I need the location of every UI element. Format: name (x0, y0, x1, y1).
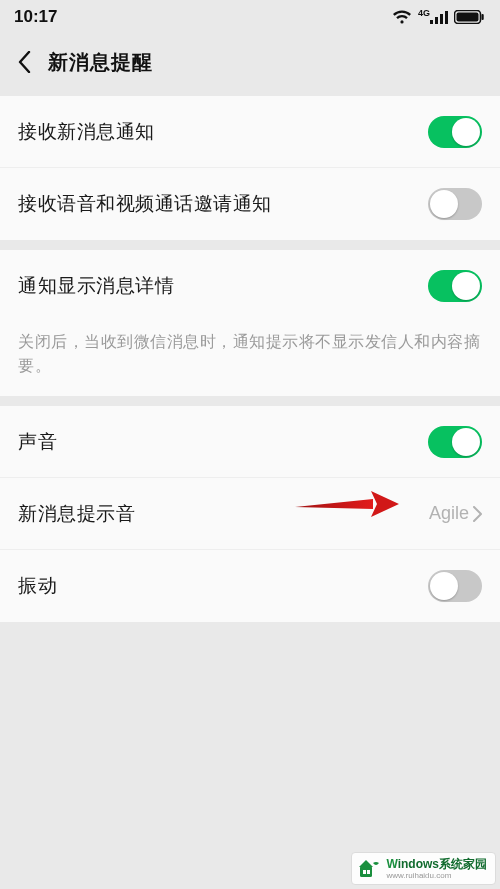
svg-rect-2 (440, 14, 443, 24)
toggle-sound[interactable] (428, 426, 482, 458)
row-label: 接收新消息通知 (18, 119, 155, 145)
row-sound[interactable]: 声音 (0, 406, 500, 478)
status-bar: 10:17 4G (0, 0, 500, 34)
row-message-tone[interactable]: 新消息提示音 Agile (0, 478, 500, 550)
watermark-logo-icon (358, 859, 380, 879)
row-receive-message-notify[interactable]: 接收新消息通知 (0, 96, 500, 168)
signal-icon (430, 10, 448, 24)
row-label: 振动 (18, 573, 57, 599)
svg-rect-5 (457, 13, 479, 22)
toggle-show-detail[interactable] (428, 270, 482, 302)
row-receive-call-notify[interactable]: 接收语音和视频通话邀请通知 (0, 168, 500, 240)
svg-rect-1 (435, 17, 438, 24)
watermark-url: www.ruihaidu.com (386, 872, 487, 880)
group-notifications: 接收新消息通知 接收语音和视频通话邀请通知 (0, 96, 500, 240)
svg-marker-10 (359, 860, 373, 867)
page-title: 新消息提醒 (48, 49, 153, 76)
row-label: 通知显示消息详情 (18, 273, 174, 299)
svg-rect-11 (363, 870, 366, 874)
wifi-icon (392, 9, 412, 25)
toggle-receive-call[interactable] (428, 188, 482, 220)
group-sound: 声音 新消息提示音 Agile 振动 (0, 406, 500, 622)
svg-rect-6 (482, 14, 484, 20)
status-icons: 4G (392, 9, 484, 25)
row-value: Agile (429, 503, 469, 524)
row-label: 新消息提示音 (18, 501, 135, 527)
watermark: Windows系统家园 www.ruihaidu.com (351, 852, 496, 885)
chevron-left-icon (18, 51, 31, 73)
row-value-wrap: Agile (429, 503, 482, 524)
network-label: 4G (418, 9, 430, 18)
row-label: 声音 (18, 429, 57, 455)
toggle-vibrate[interactable] (428, 570, 482, 602)
header: 新消息提醒 (0, 34, 500, 90)
status-time: 10:17 (14, 7, 57, 27)
chevron-right-icon (473, 506, 482, 522)
watermark-text: indows系统家园 (398, 857, 487, 871)
group-detail: 通知显示消息详情 关闭后，当收到微信消息时，通知提示将不显示发信人和内容摘要。 (0, 250, 500, 396)
row-show-detail[interactable]: 通知显示消息详情 (0, 250, 500, 322)
svg-rect-3 (445, 11, 448, 24)
back-button[interactable] (10, 48, 38, 76)
svg-rect-12 (367, 870, 370, 874)
row-vibrate[interactable]: 振动 (0, 550, 500, 622)
svg-rect-0 (430, 20, 433, 24)
detail-description: 关闭后，当收到微信消息时，通知提示将不显示发信人和内容摘要。 (0, 322, 500, 396)
row-label: 接收语音和视频通话邀请通知 (18, 191, 272, 217)
toggle-receive-message[interactable] (428, 116, 482, 148)
battery-icon (454, 10, 484, 24)
